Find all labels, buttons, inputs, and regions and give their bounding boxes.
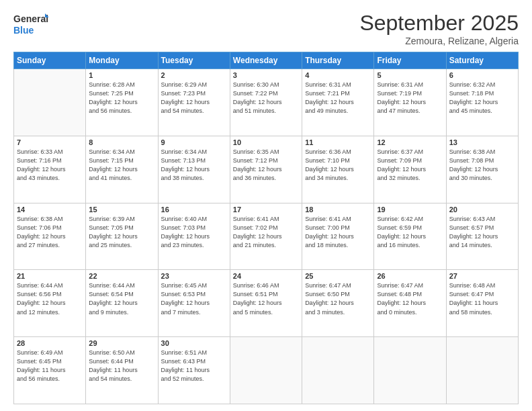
day-info: Sunrise: 6:38 AMSunset: 7:06 PMDaylight:… [17, 215, 83, 250]
table-row: 6Sunrise: 6:32 AMSunset: 7:18 PMDaylight… [446, 69, 518, 136]
day-number: 7 [17, 138, 83, 146]
table-row [374, 337, 446, 404]
table-row: 9Sunrise: 6:34 AMSunset: 7:13 PMDaylight… [158, 136, 230, 203]
day-info: Sunrise: 6:41 AMSunset: 7:02 PMDaylight:… [233, 215, 299, 250]
header-sunday: Sunday [14, 52, 86, 69]
table-row: 21Sunrise: 6:44 AMSunset: 6:56 PMDayligh… [14, 270, 86, 337]
day-number: 12 [377, 138, 443, 146]
day-info: Sunrise: 6:37 AMSunset: 7:09 PMDaylight:… [377, 148, 443, 183]
day-info: Sunrise: 6:46 AMSunset: 6:51 PMDaylight:… [233, 281, 299, 316]
subtitle: Zemoura, Relizane, Algeria [359, 36, 519, 46]
day-number: 22 [89, 272, 154, 280]
day-number: 10 [233, 138, 299, 146]
table-row: 30Sunrise: 6:51 AMSunset: 6:43 PMDayligh… [158, 337, 230, 404]
table-row: 11Sunrise: 6:36 AMSunset: 7:10 PMDayligh… [302, 136, 374, 203]
header-friday: Friday [374, 52, 446, 69]
title-block: September 2025 Zemoura, Relizane, Algeri… [359, 11, 519, 46]
day-info: Sunrise: 6:29 AMSunset: 7:23 PMDaylight:… [161, 81, 227, 116]
day-number: 21 [17, 272, 83, 280]
day-number: 27 [449, 272, 515, 280]
calendar-table: Sunday Monday Tuesday Wednesday Thursday… [13, 52, 519, 404]
day-number: 26 [377, 272, 443, 280]
table-row [302, 337, 374, 404]
table-row: 5Sunrise: 6:31 AMSunset: 7:19 PMDaylight… [374, 69, 446, 136]
table-row: 20Sunrise: 6:43 AMSunset: 6:57 PMDayligh… [446, 203, 518, 270]
day-number: 9 [161, 138, 227, 146]
logo: General Blue [13, 11, 48, 36]
table-row: 24Sunrise: 6:46 AMSunset: 6:51 PMDayligh… [230, 270, 302, 337]
day-info: Sunrise: 6:47 AMSunset: 6:50 PMDaylight:… [305, 281, 371, 316]
header-saturday: Saturday [446, 52, 518, 69]
day-number: 24 [233, 272, 299, 280]
header-monday: Monday [86, 52, 158, 69]
page: General Blue September 2025 Zemoura, Rel… [0, 0, 532, 411]
logo-svg: General Blue [13, 11, 48, 36]
day-number: 1 [89, 71, 154, 79]
day-number: 15 [89, 205, 154, 214]
day-info: Sunrise: 6:50 AMSunset: 6:44 PMDaylight:… [89, 349, 154, 383]
day-number: 4 [305, 71, 371, 79]
table-row [230, 337, 302, 404]
table-row [446, 337, 518, 404]
day-info: Sunrise: 6:30 AMSunset: 7:22 PMDaylight:… [233, 81, 299, 116]
day-number: 28 [17, 339, 83, 347]
day-info: Sunrise: 6:34 AMSunset: 7:13 PMDaylight:… [161, 148, 227, 183]
day-info: Sunrise: 6:38 AMSunset: 7:08 PMDaylight:… [449, 148, 515, 183]
day-info: Sunrise: 6:33 AMSunset: 7:16 PMDaylight:… [17, 148, 83, 183]
table-row: 13Sunrise: 6:38 AMSunset: 7:08 PMDayligh… [446, 136, 518, 203]
table-row: 18Sunrise: 6:41 AMSunset: 7:00 PMDayligh… [302, 203, 374, 270]
table-row: 29Sunrise: 6:50 AMSunset: 6:44 PMDayligh… [86, 337, 158, 404]
day-info: Sunrise: 6:31 AMSunset: 7:21 PMDaylight:… [305, 81, 371, 116]
day-info: Sunrise: 6:32 AMSunset: 7:18 PMDaylight:… [449, 81, 515, 116]
svg-text:General: General [13, 13, 48, 24]
day-number: 29 [89, 339, 154, 347]
header-thursday: Thursday [302, 52, 374, 69]
table-row: 12Sunrise: 6:37 AMSunset: 7:09 PMDayligh… [374, 136, 446, 203]
header: General Blue September 2025 Zemoura, Rel… [13, 11, 519, 46]
svg-text:Blue: Blue [13, 25, 34, 36]
day-info: Sunrise: 6:35 AMSunset: 7:12 PMDaylight:… [233, 148, 299, 183]
table-row: 15Sunrise: 6:39 AMSunset: 7:05 PMDayligh… [86, 203, 158, 270]
day-info: Sunrise: 6:48 AMSunset: 6:47 PMDaylight:… [449, 281, 515, 316]
table-row [14, 69, 86, 136]
day-number: 20 [449, 205, 515, 214]
table-row: 3Sunrise: 6:30 AMSunset: 7:22 PMDaylight… [230, 69, 302, 136]
day-number: 30 [161, 339, 227, 347]
day-info: Sunrise: 6:42 AMSunset: 6:59 PMDaylight:… [377, 215, 443, 250]
day-number: 13 [449, 138, 515, 146]
day-info: Sunrise: 6:34 AMSunset: 7:15 PMDaylight:… [89, 148, 154, 183]
table-row: 2Sunrise: 6:29 AMSunset: 7:23 PMDaylight… [158, 69, 230, 136]
table-row: 27Sunrise: 6:48 AMSunset: 6:47 PMDayligh… [446, 270, 518, 337]
day-number: 11 [305, 138, 371, 146]
table-row: 10Sunrise: 6:35 AMSunset: 7:12 PMDayligh… [230, 136, 302, 203]
calendar-header-row: Sunday Monday Tuesday Wednesday Thursday… [14, 52, 519, 69]
day-info: Sunrise: 6:40 AMSunset: 7:03 PMDaylight:… [161, 215, 227, 250]
day-number: 25 [305, 272, 371, 280]
day-info: Sunrise: 6:39 AMSunset: 7:05 PMDaylight:… [89, 215, 154, 250]
table-row: 16Sunrise: 6:40 AMSunset: 7:03 PMDayligh… [158, 203, 230, 270]
header-tuesday: Tuesday [158, 52, 230, 69]
table-row: 25Sunrise: 6:47 AMSunset: 6:50 PMDayligh… [302, 270, 374, 337]
day-info: Sunrise: 6:44 AMSunset: 6:54 PMDaylight:… [89, 281, 154, 316]
header-wednesday: Wednesday [230, 52, 302, 69]
day-info: Sunrise: 6:43 AMSunset: 6:57 PMDaylight:… [449, 215, 515, 250]
day-number: 23 [161, 272, 227, 280]
day-number: 18 [305, 205, 371, 214]
day-info: Sunrise: 6:36 AMSunset: 7:10 PMDaylight:… [305, 148, 371, 183]
month-title: September 2025 [359, 11, 519, 36]
day-number: 17 [233, 205, 299, 214]
day-number: 5 [377, 71, 443, 79]
day-number: 8 [89, 138, 154, 146]
table-row: 23Sunrise: 6:45 AMSunset: 6:53 PMDayligh… [158, 270, 230, 337]
day-number: 2 [161, 71, 227, 79]
table-row: 26Sunrise: 6:47 AMSunset: 6:48 PMDayligh… [374, 270, 446, 337]
day-info: Sunrise: 6:45 AMSunset: 6:53 PMDaylight:… [161, 281, 227, 316]
table-row: 17Sunrise: 6:41 AMSunset: 7:02 PMDayligh… [230, 203, 302, 270]
table-row: 22Sunrise: 6:44 AMSunset: 6:54 PMDayligh… [86, 270, 158, 337]
table-row: 4Sunrise: 6:31 AMSunset: 7:21 PMDaylight… [302, 69, 374, 136]
day-number: 14 [17, 205, 83, 214]
table-row: 28Sunrise: 6:49 AMSunset: 6:45 PMDayligh… [14, 337, 86, 404]
day-info: Sunrise: 6:51 AMSunset: 6:43 PMDaylight:… [161, 349, 227, 383]
table-row: 1Sunrise: 6:28 AMSunset: 7:25 PMDaylight… [86, 69, 158, 136]
day-info: Sunrise: 6:31 AMSunset: 7:19 PMDaylight:… [377, 81, 443, 116]
